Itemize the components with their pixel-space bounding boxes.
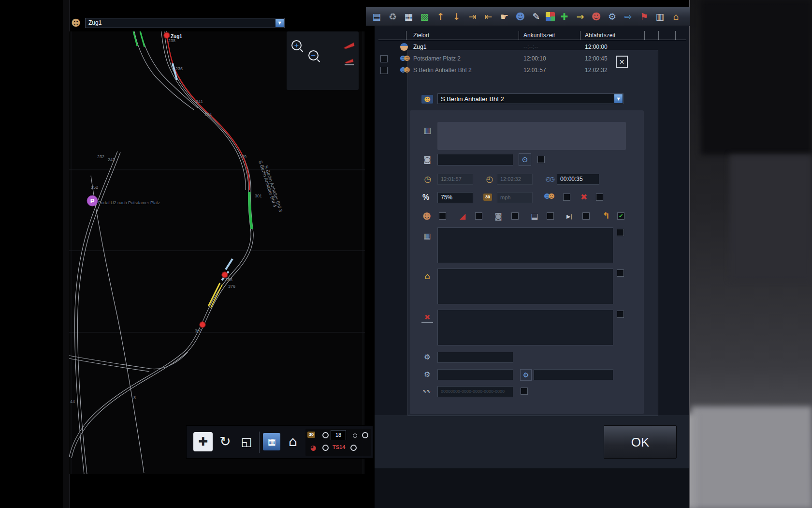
option-checkbox-2[interactable] xyxy=(475,212,482,220)
find-engine-button[interactable]: ⊙ xyxy=(519,153,531,166)
train-selector-dropdown[interactable]: Zug1 ▼ xyxy=(85,18,285,28)
passengers-icon: ☻ xyxy=(548,193,555,199)
option-checkbox-6[interactable]: ✔ xyxy=(617,212,624,220)
right-panel-footer xyxy=(375,468,689,508)
tiles-icon[interactable] xyxy=(546,12,555,21)
track-map-svg: P Zug1 Portal U2 nach Potsdamer Platz S … xyxy=(69,31,365,474)
row-checkbox[interactable] xyxy=(380,67,388,74)
gradient-up-icon[interactable] xyxy=(343,41,356,50)
edit-marker-icon[interactable]: ✎ xyxy=(530,10,543,23)
scenario-settings-icon[interactable]: ⚙ xyxy=(606,10,619,23)
scene-edge-line xyxy=(689,0,690,508)
chevron-down-icon[interactable]: ▼ xyxy=(276,19,284,27)
engine-number-field[interactable] xyxy=(437,154,513,165)
passengers-checkbox[interactable] xyxy=(563,194,570,201)
option-checkbox-1[interactable] xyxy=(439,212,446,220)
gear-blue-icon[interactable]: ⚙ xyxy=(520,369,532,381)
gradient-cluster: 30 18 ◕ TS14 xyxy=(305,429,371,456)
ok-button[interactable]: OK xyxy=(604,425,677,459)
marker-settings-icon: ⚙ xyxy=(421,353,433,361)
performance-label: % xyxy=(422,193,429,202)
chevron-down-icon[interactable]: ▼ xyxy=(614,94,623,103)
yellow-segments xyxy=(208,283,222,308)
svg-text:234: 234 xyxy=(204,112,212,117)
arrival-time-field: 12:01:57 xyxy=(437,174,473,185)
column-divider xyxy=(519,31,519,40)
gradient-radio-2[interactable] xyxy=(362,432,368,438)
close-button[interactable]: ✕ xyxy=(616,56,628,68)
insert-before-icon[interactable]: ⇥ xyxy=(466,10,479,23)
zoom-out-button[interactable]: − xyxy=(308,50,319,60)
clear-icon[interactable]: ✖ xyxy=(579,192,589,202)
gauge-radio-1[interactable] xyxy=(322,445,329,451)
remove-driver-icon[interactable]: ☻ xyxy=(590,10,603,23)
svg-text:232: 232 xyxy=(97,154,104,159)
destination-icon: ☻ xyxy=(421,95,433,104)
home-button[interactable]: ⌂ xyxy=(283,432,303,451)
performance-field[interactable]: 75% xyxy=(437,192,473,203)
option-checkbox-5[interactable] xyxy=(582,212,590,220)
flag-icon[interactable]: ⚑ xyxy=(638,10,651,23)
driver-icon[interactable]: ☻ xyxy=(514,10,527,23)
depot-icon[interactable]: ⌂ xyxy=(669,10,682,23)
note-checkbox-1[interactable] xyxy=(617,229,624,236)
move-tool-button[interactable]: ✚ xyxy=(193,432,213,451)
svg-text:8: 8 xyxy=(133,395,136,400)
gradient-mini-radio[interactable] xyxy=(353,433,357,438)
lower-terrain-icon[interactable]: ↓ xyxy=(450,10,463,23)
gradient-radio-1[interactable] xyxy=(322,432,329,438)
ts-version-label: TS14 xyxy=(333,444,345,450)
option-checkbox-4[interactable] xyxy=(547,212,554,220)
portal-marker[interactable]: P xyxy=(87,195,98,206)
gradient-down-icon[interactable] xyxy=(344,57,356,66)
marker-field-2[interactable] xyxy=(437,369,513,380)
portal-icon[interactable]: ⇨ xyxy=(622,10,635,23)
measure-icon[interactable]: ▥ xyxy=(653,10,667,23)
clear-checkbox[interactable] xyxy=(596,194,603,201)
rotate-tool-button[interactable]: ↻ xyxy=(216,432,235,451)
scale-tool-button[interactable]: ◱ xyxy=(237,432,256,451)
check-icon: ✔ xyxy=(619,213,623,219)
marker-settings-icon-2: ⚙ xyxy=(421,370,433,379)
row-checkbox[interactable] xyxy=(380,55,388,62)
route-markers[interactable] xyxy=(164,32,228,328)
grid-small-icon[interactable]: ▦ xyxy=(402,10,415,23)
note-checkbox-3[interactable] xyxy=(617,311,624,318)
seat-icon: ◢ xyxy=(457,211,468,221)
gauge-radio-2[interactable] xyxy=(350,445,357,451)
svg-text:241: 241 xyxy=(196,99,203,104)
delete-icon[interactable]: ♻ xyxy=(386,10,399,23)
note-checkbox-2[interactable] xyxy=(617,269,624,277)
marker-field-1[interactable] xyxy=(437,352,513,363)
swap-direction-icon[interactable]: → xyxy=(574,10,587,23)
svg-text:236: 236 xyxy=(175,66,183,71)
scene-block xyxy=(701,0,812,155)
svg-text:239: 239 xyxy=(239,154,246,159)
map-view[interactable]: P Zug1 Portal U2 nach Potsdamer Platz S … xyxy=(69,31,365,474)
save-icon[interactable]: ▤ xyxy=(370,10,383,23)
toolbar-divider xyxy=(259,432,260,453)
duration-icon: ◴◷ xyxy=(543,175,556,183)
map-mode-button[interactable]: ▦ xyxy=(263,433,280,450)
guid-checkbox[interactable] xyxy=(521,388,528,395)
add-service-icon[interactable]: ✚ xyxy=(558,10,571,23)
option-checkbox-3[interactable] xyxy=(511,212,519,220)
platform-board-icon: ▦ xyxy=(421,232,433,240)
note-textarea-1[interactable] xyxy=(437,227,613,263)
note-textarea-2[interactable] xyxy=(437,269,613,304)
scene-block xyxy=(730,155,812,281)
note-textarea-3[interactable] xyxy=(437,310,613,345)
row-arrival: --:--:-- xyxy=(523,44,538,50)
duration-field[interactable]: 00:00:35 xyxy=(557,174,599,185)
select-hand-icon[interactable]: ☛ xyxy=(498,10,511,23)
destination-dropdown[interactable]: S Berlin Anhalter Bhf 2 ▼ xyxy=(437,93,624,104)
driver-avatar-icon: ☻ xyxy=(71,17,81,28)
guid-field[interactable]: 00000000-0000-0000-0000-0000 xyxy=(437,386,513,397)
grid-large-icon[interactable]: ▩ xyxy=(418,10,431,23)
engine-checkbox[interactable] xyxy=(537,156,545,163)
marker-field-3[interactable] xyxy=(534,369,613,380)
loco-small-icon: ◙ xyxy=(493,211,504,221)
raise-terrain-icon[interactable]: ↑ xyxy=(434,10,447,23)
zoom-in-button[interactable]: + xyxy=(291,40,302,50)
insert-after-icon[interactable]: ⇤ xyxy=(482,10,495,23)
